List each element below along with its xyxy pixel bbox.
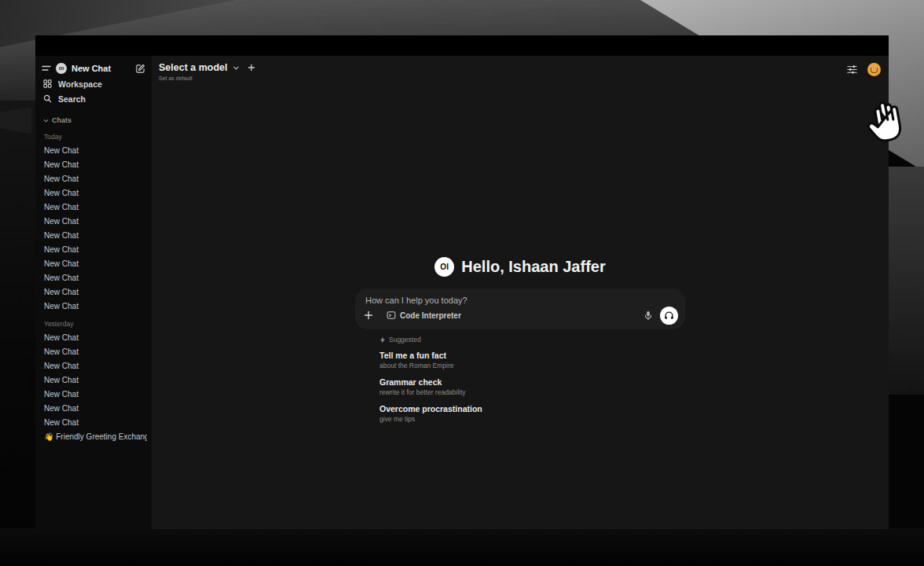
chat-groups: TodayNew ChatNew ChatNew ChatNew ChatNew… (40, 133, 147, 444)
chat-list-item[interactable]: New Chat (40, 229, 147, 243)
app-logo-icon: OI (434, 257, 454, 277)
avatar-glyph (871, 68, 878, 73)
chats-section-label: Chats (52, 116, 72, 124)
chat-list-item[interactable]: New Chat (40, 416, 147, 430)
app-window: OI New Chat Workspace Search (35, 35, 889, 529)
sidebar: OI New Chat Workspace Search (35, 56, 152, 529)
bolt-icon (380, 336, 386, 344)
code-interpreter-toggle[interactable]: Code Interpreter (387, 311, 461, 320)
microphone-icon[interactable] (644, 311, 653, 321)
add-model-icon[interactable] (248, 64, 255, 72)
new-chat-icon[interactable] (135, 64, 145, 74)
sidebar-title: New Chat (72, 64, 111, 73)
chat-list-item[interactable]: New Chat (40, 285, 147, 300)
suggested-subtitle: give me tips (380, 415, 685, 423)
chat-list-item[interactable]: New Chat (40, 402, 147, 416)
chevron-down-icon (43, 118, 49, 123)
sidebar-toggle-icon[interactable] (42, 64, 51, 73)
backdrop-bottom (0, 528, 924, 566)
search-label: Search (58, 94, 86, 104)
chat-list-item[interactable]: New Chat (40, 172, 147, 186)
sidebar-header: OI New Chat (40, 61, 147, 76)
chat-list-item[interactable]: New Chat (40, 271, 147, 285)
chat-group-label: Today (40, 133, 147, 141)
chat-list-item[interactable]: New Chat (40, 158, 147, 172)
chat-list-item[interactable]: New Chat (40, 257, 147, 271)
attach-plus-icon[interactable] (364, 311, 373, 320)
chat-input-box[interactable]: How can I help you today? Code Interpret… (355, 289, 685, 329)
chat-list-item[interactable]: New Chat (40, 243, 147, 257)
suggested-prompt[interactable]: Tell me a fun factabout the Roman Empire (380, 351, 685, 369)
set-default-button[interactable]: Set as default (159, 75, 255, 81)
backdrop-left (0, 101, 36, 541)
suggested-subtitle: rewrite it for better readability (380, 388, 685, 396)
backdrop-left-patch (0, 107, 31, 134)
chat-list-item[interactable]: New Chat (40, 359, 147, 373)
chat-group-label: Yesterday (40, 320, 147, 328)
chat-list-item[interactable]: New Chat (40, 300, 147, 314)
chat-list-item[interactable]: 👋 Friendly Greeting Exchange (40, 430, 147, 444)
suggested-list: Tell me a fun factabout the Roman Empire… (380, 351, 685, 423)
suggested-prompt[interactable]: Overcome procrastinationgive me tips (380, 404, 685, 423)
suggested-title: Grammar check (380, 377, 685, 387)
search-icon (43, 94, 52, 103)
suggested-prompt[interactable]: Grammar checkrewrite it for better reada… (380, 377, 685, 396)
sidebar-item-search[interactable]: Search (40, 91, 147, 106)
chats-section-toggle[interactable]: Chats (40, 114, 147, 127)
suggested-title: Overcome procrastination (380, 404, 685, 413)
workspace-grid-icon (43, 79, 52, 88)
code-interpreter-icon (387, 311, 396, 320)
backdrop-right (886, 167, 924, 395)
screen: OI New Chat Workspace Search (0, 0, 924, 566)
chat-list-item[interactable]: New Chat (40, 144, 147, 158)
main-area: Select a model Set as default (152, 56, 889, 529)
suggested-subtitle: about the Roman Empire (380, 362, 685, 369)
chat-list-item[interactable]: New Chat (40, 331, 147, 345)
chat-input-placeholder: How can I help you today? (365, 296, 468, 305)
greeting-text: Hello, Ishaan Jaffer (461, 258, 605, 276)
center-column: OI Hello, Ishaan Jaffer How can I help y… (152, 257, 889, 431)
chat-list-item[interactable]: New Chat (40, 215, 147, 229)
model-selector-wrap: Select a model Set as default (159, 62, 255, 81)
user-avatar[interactable] (867, 63, 881, 76)
suggested-section: Suggested Tell me a fun factabout the Ro… (355, 336, 685, 431)
suggested-header: Suggested (380, 336, 685, 344)
chevron-down-icon (233, 64, 240, 72)
chat-list-item[interactable]: New Chat (40, 186, 147, 200)
voice-call-button[interactable] (660, 307, 678, 325)
app-logo-icon: OI (56, 63, 67, 74)
suggested-label: Suggested (389, 336, 421, 344)
chat-list-item[interactable]: New Chat (40, 345, 147, 359)
sidebar-item-workspace[interactable]: Workspace (40, 76, 147, 91)
chat-list-item[interactable]: New Chat (40, 200, 147, 215)
chat-list-item[interactable]: New Chat (40, 373, 147, 388)
suggested-title: Tell me a fun fact (380, 351, 685, 360)
code-interpreter-label: Code Interpreter (400, 311, 461, 320)
headphones-icon (664, 311, 674, 321)
model-selector-label: Select a model (159, 62, 228, 73)
window-top-strip (35, 35, 889, 56)
topbar-right (846, 63, 881, 76)
topbar: Select a model Set as default (152, 61, 889, 87)
chat-list-item[interactable]: New Chat (40, 388, 147, 402)
settings-sliders-icon[interactable] (846, 64, 858, 75)
model-selector[interactable]: Select a model (159, 62, 255, 73)
input-toolbar: Code Interpreter (364, 306, 678, 325)
greeting: OI Hello, Ishaan Jaffer (434, 257, 605, 277)
workspace-label: Workspace (58, 79, 102, 89)
